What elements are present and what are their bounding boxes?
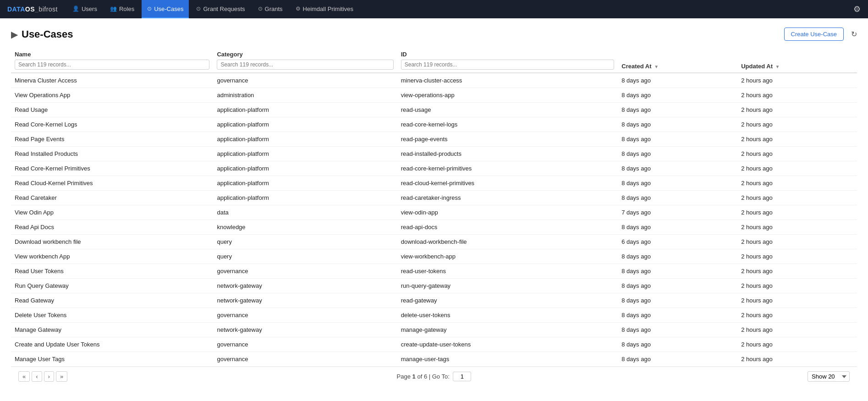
cell-updated-at: 2 hours ago (737, 176, 857, 191)
next-page-button[interactable]: › (44, 371, 54, 382)
show-select-wrap: Show 10 Show 20 Show 50 Show 100 (808, 371, 850, 382)
cell-name: Manage Gateway (11, 323, 213, 337)
col-header-name: Name (11, 48, 213, 73)
cell-id: download-workbench-file (397, 235, 618, 249)
settings-icon[interactable]: ⚙ (853, 5, 861, 14)
cell-created-at: 8 days ago (618, 249, 737, 264)
nav-item-use-cases[interactable]: ⊙ Use-Cases (142, 0, 189, 18)
cell-category: governance (213, 308, 397, 323)
cell-updated-at: 2 hours ago (737, 205, 857, 220)
cell-updated-at: 2 hours ago (737, 88, 857, 103)
table-row[interactable]: Manage User Tags governance manage-user-… (11, 352, 857, 367)
cell-name: Create and Update User Tokens (11, 337, 213, 352)
page-title-wrap: ▶ Use-Cases (11, 28, 73, 40)
cell-id: read-cloud-kernel-primitives (397, 176, 618, 191)
cell-id: manage-user-tags (397, 352, 618, 367)
col-header-id: ID (397, 48, 618, 73)
table-row[interactable]: Read Core-Kernel Logs application-platfo… (11, 117, 857, 132)
cell-name: View Operations App (11, 88, 213, 103)
cell-id: read-page-events (397, 132, 618, 147)
table-row[interactable]: Run Query Gateway network-gateway run-qu… (11, 279, 857, 293)
col-id-label: ID (401, 51, 407, 58)
first-page-button[interactable]: « (18, 371, 30, 382)
table-row[interactable]: View Odin App data view-odin-app 7 days … (11, 205, 857, 220)
cell-updated-at: 2 hours ago (737, 161, 857, 176)
cell-name: Read Usage (11, 103, 213, 117)
col-header-created-at[interactable]: Created At ▼ (618, 48, 737, 73)
cell-category: application-platform (213, 147, 397, 161)
table-row[interactable]: Read Usage application-platform read-usa… (11, 103, 857, 117)
nav-item-roles[interactable]: 👥 Roles (104, 0, 140, 18)
show-count-select[interactable]: Show 10 Show 20 Show 50 Show 100 (808, 371, 850, 382)
cell-created-at: 8 days ago (618, 103, 737, 117)
cell-id: read-core-kernel-primitives (397, 161, 618, 176)
table-row[interactable]: Delete User Tokens governance delete-use… (11, 308, 857, 323)
cell-name: Run Query Gateway (11, 279, 213, 293)
page-label: Page (397, 373, 412, 380)
cell-created-at: 8 days ago (618, 191, 737, 205)
page-header: ▶ Use-Cases Create Use-Case ↻ (11, 27, 857, 41)
nav-item-grants[interactable]: ⊙ Grants (253, 0, 288, 18)
table-row[interactable]: View workbench App query view-workbench-… (11, 249, 857, 264)
col-header-category: Category (213, 48, 397, 73)
refresh-icon[interactable]: ↻ (851, 30, 857, 38)
col-created-label: Created At (621, 63, 651, 70)
cell-name: View workbench App (11, 249, 213, 264)
table-row[interactable]: Manage Gateway network-gateway manage-ga… (11, 323, 857, 337)
cell-created-at: 8 days ago (618, 147, 737, 161)
heimdall-icon: ⚙ (296, 5, 301, 12)
table-row[interactable]: Read Page Events application-platform re… (11, 132, 857, 147)
created-sort-icon: ▼ (654, 64, 659, 69)
goto-input[interactable] (453, 372, 471, 381)
of-label: of (417, 373, 423, 380)
table-row[interactable]: Download workbench file query download-w… (11, 235, 857, 249)
col-header-updated-at[interactable]: Updated At ▼ (737, 48, 857, 73)
cell-updated-at: 2 hours ago (737, 235, 857, 249)
cell-id: minerva-cluster-access (397, 73, 618, 88)
cell-id: read-api-docs (397, 220, 618, 235)
cell-id: read-caretaker-ingress (397, 191, 618, 205)
users-icon: 👤 (72, 5, 79, 12)
cell-created-at: 8 days ago (618, 337, 737, 352)
last-page-button[interactable]: » (56, 371, 67, 382)
app-logo: DATAOS_bifrost (7, 5, 58, 13)
table-row[interactable]: Read Caretaker application-platform read… (11, 191, 857, 205)
cell-updated-at: 2 hours ago (737, 132, 857, 147)
table-row[interactable]: Read Cloud-Kernel Primitives application… (11, 176, 857, 191)
table-row[interactable]: Minerva Cluster Access governance minerv… (11, 73, 857, 88)
table-row[interactable]: Read Installed Products application-plat… (11, 147, 857, 161)
cell-updated-at: 2 hours ago (737, 220, 857, 235)
cell-name: Download workbench file (11, 235, 213, 249)
nav-item-grant-requests[interactable]: ⊙ Grant Requests (191, 0, 250, 18)
create-use-case-button[interactable]: Create Use-Case (784, 27, 844, 41)
nav-item-users[interactable]: 👤 Users (67, 0, 103, 18)
nav-label-grant-requests: Grant Requests (203, 5, 245, 12)
table-row[interactable]: Read Gateway network-gateway read-gatewa… (11, 293, 857, 308)
cell-updated-at: 2 hours ago (737, 264, 857, 279)
table-row[interactable]: Read Core-Kernel Primitives application-… (11, 161, 857, 176)
cell-category: administration (213, 88, 397, 103)
cell-created-at: 8 days ago (618, 220, 737, 235)
name-search-input[interactable] (15, 60, 209, 70)
nav-label-roles: Roles (119, 5, 134, 12)
cell-updated-at: 2 hours ago (737, 337, 857, 352)
cell-id: read-gateway (397, 293, 618, 308)
cell-created-at: 8 days ago (618, 88, 737, 103)
cell-id: read-installed-products (397, 147, 618, 161)
table-row[interactable]: Read User Tokens governance read-user-to… (11, 264, 857, 279)
cell-name: Read Api Docs (11, 220, 213, 235)
cell-created-at: 8 days ago (618, 73, 737, 88)
logo-env: bifrost (38, 5, 58, 13)
cell-category: governance (213, 73, 397, 88)
table-row[interactable]: Create and Update User Tokens governance… (11, 337, 857, 352)
cell-category: governance (213, 352, 397, 367)
cell-name: Read Core-Kernel Logs (11, 117, 213, 132)
nav-item-heimdall-primitives[interactable]: ⚙ Heimdall Primitives (290, 0, 359, 18)
table-row[interactable]: Read Api Docs knowledge read-api-docs 8 … (11, 220, 857, 235)
prev-page-button[interactable]: ‹ (32, 371, 42, 382)
cell-created-at: 8 days ago (618, 279, 737, 293)
id-search-input[interactable] (401, 60, 615, 70)
cell-id: run-query-gateway (397, 279, 618, 293)
table-row[interactable]: View Operations App administration view-… (11, 88, 857, 103)
category-search-input[interactable] (217, 60, 393, 70)
